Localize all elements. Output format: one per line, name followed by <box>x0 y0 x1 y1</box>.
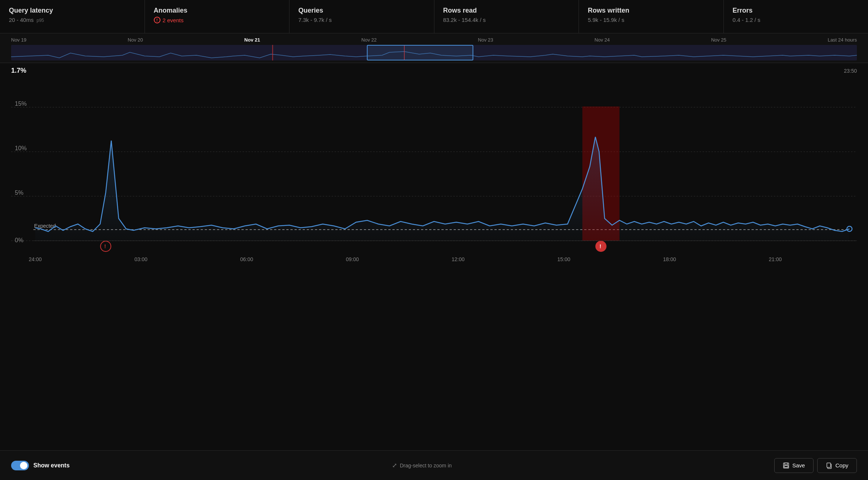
metric-anomalies[interactable]: Anomalies ! 2 events <box>145 0 290 33</box>
svg-text:09:00: 09:00 <box>346 256 359 262</box>
timeline-sparkline <box>11 45 857 60</box>
timeline-label-nov19[interactable]: Nov 19 <box>11 37 26 43</box>
show-events-label: Show events <box>33 462 70 469</box>
metric-value-anomalies: ! 2 events <box>154 17 281 23</box>
svg-text:12:00: 12:00 <box>452 256 465 262</box>
svg-text:03:00: 03:00 <box>135 256 148 262</box>
svg-text:!: ! <box>599 243 601 249</box>
timeline-track[interactable] <box>11 45 857 60</box>
show-events-control[interactable]: Show events <box>11 461 70 470</box>
svg-text:24:00: 24:00 <box>29 256 42 262</box>
copy-label: Copy <box>835 462 848 469</box>
copy-button[interactable]: Copy <box>817 458 857 473</box>
metric-title-rows-read: Rows read <box>443 7 570 14</box>
metric-query-latency[interactable]: Query latency 20 - 40ms p95 <box>0 0 145 33</box>
save-label: Save <box>792 462 805 469</box>
chart-current-value: 1.7% <box>11 67 26 75</box>
save-icon <box>783 462 789 469</box>
timeline-label-nov21[interactable]: Nov 21 <box>244 37 260 43</box>
svg-rect-3 <box>367 45 473 60</box>
anomaly-icon: ! <box>154 17 160 23</box>
main-chart[interactable]: 15% 10% 5% 0% Expected ! <box>11 78 857 267</box>
metric-title-queries: Queries <box>298 7 425 14</box>
metric-title-errors: Errors <box>733 7 859 14</box>
svg-rect-35 <box>827 463 831 467</box>
metric-value-rows-written: 5.9k - 15.9k / s <box>588 17 715 23</box>
drag-hint-text: Drag-select to zoom in <box>400 463 452 469</box>
svg-text:10%: 10% <box>15 145 27 151</box>
toggle-knob <box>20 462 27 469</box>
metric-title-query-latency: Query latency <box>9 7 136 14</box>
timeline-label-last24[interactable]: Last 24 hours <box>828 37 857 43</box>
drag-select-icon: ⤢ <box>392 462 397 469</box>
timeline-labels: Nov 19 Nov 20 Nov 21 Nov 22 Nov 23 Nov 2… <box>11 37 857 43</box>
svg-text:06:00: 06:00 <box>240 256 253 262</box>
metric-title-anomalies: Anomalies <box>154 7 281 14</box>
timeline-label-nov22[interactable]: Nov 22 <box>361 37 377 43</box>
metric-rows-written[interactable]: Rows written 5.9k - 15.9k / s <box>579 0 724 33</box>
chart-header: 1.7% 23:50 <box>11 67 857 75</box>
chart-area: 1.7% 23:50 15% 10% 5% 0% Expected <box>0 63 868 282</box>
drag-hint: ⤢ Drag-select to zoom in <box>392 462 452 469</box>
metric-value-queries: 7.3k - 9.7k / s <box>298 17 425 23</box>
metric-value-errors: 0.4 - 1.2 / s <box>733 17 859 23</box>
timeline-bar[interactable]: Nov 19 Nov 20 Nov 21 Nov 22 Nov 23 Nov 2… <box>0 33 868 63</box>
metric-errors[interactable]: Errors 0.4 - 1.2 / s <box>724 0 868 33</box>
svg-text:5%: 5% <box>15 190 23 196</box>
timeline-label-nov23[interactable]: Nov 23 <box>478 37 493 43</box>
metric-value-query-latency: 20 - 40ms <box>9 17 34 23</box>
action-buttons: Save Copy <box>774 458 857 473</box>
metric-rows-read[interactable]: Rows read 83.2k - 154.4k / s <box>434 0 579 33</box>
metric-value-rows-read: 83.2k - 154.4k / s <box>443 17 570 23</box>
svg-text:18:00: 18:00 <box>663 256 676 262</box>
chart-current-time: 23:50 <box>844 68 857 74</box>
svg-text:15%: 15% <box>15 101 27 107</box>
show-events-toggle[interactable] <box>11 461 29 470</box>
bottom-bar: Show events ⤢ Drag-select to zoom in Sav… <box>0 450 868 480</box>
svg-text:!: ! <box>104 243 106 249</box>
save-button[interactable]: Save <box>774 458 814 473</box>
svg-text:0%: 0% <box>15 237 23 243</box>
svg-text:15:00: 15:00 <box>557 256 570 262</box>
chart-svg: 15% 10% 5% 0% Expected ! <box>11 78 857 267</box>
metric-title-rows-written: Rows written <box>588 7 715 14</box>
copy-icon <box>826 462 832 469</box>
metric-queries[interactable]: Queries 7.3k - 9.7k / s <box>289 0 434 33</box>
timeline-label-nov24[interactable]: Nov 24 <box>594 37 610 43</box>
metrics-bar: Query latency 20 - 40ms p95 Anomalies ! … <box>0 0 868 33</box>
timeline-label-nov25[interactable]: Nov 25 <box>711 37 726 43</box>
svg-rect-33 <box>784 466 788 467</box>
timeline-label-nov20[interactable]: Nov 20 <box>128 37 143 43</box>
metric-sub-query-latency: p95 <box>37 18 44 23</box>
svg-rect-32 <box>785 463 788 465</box>
svg-text:21:00: 21:00 <box>769 256 782 262</box>
